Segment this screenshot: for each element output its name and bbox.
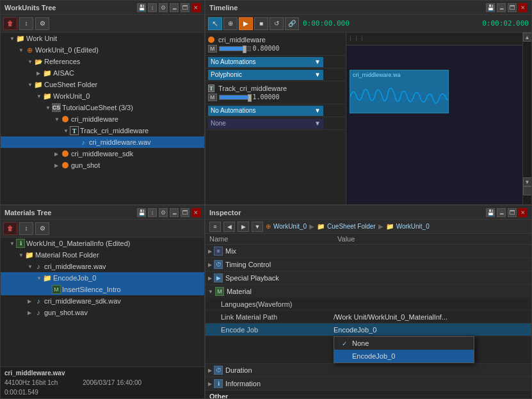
tree-item-workunit0-cs[interactable]: ▼ 📁 WorkUnit_0 [1,90,204,102]
link-btn[interactable]: 🔗 [285,17,299,30]
tree-item-references[interactable]: ▼ 📂 References [1,56,204,67]
sort-icon[interactable]: ↕ [148,3,157,12]
tree-item-cuesheet-folder[interactable]: ▼ 📁 CueSheet Folder [1,79,204,90]
mat-close-icon[interactable]: ✕ [191,208,200,217]
mat-gun-label: gun_shot.wav [44,309,88,316]
mat-config-btn[interactable]: ⚙ [35,222,49,235]
timeline-save-icon[interactable]: 💾 [486,3,495,12]
nav-fwd-btn[interactable]: ▶ [238,222,249,232]
tree-item-workunit0[interactable]: ▼ ⊕ WorkUnit_0 (Edited) [1,44,204,56]
tree-item-encode-job[interactable]: ▼ 📁 EncodeJob_0 [1,272,204,284]
save-icon[interactable]: 💾 [137,3,146,12]
tree-item-track-cri[interactable]: ▼ T Track_cri_middleware [1,125,204,136]
mat-max-icon[interactable]: 🗖 [181,208,189,217]
breadcrumb-folder-icon: 📁 [317,223,325,230]
section-timing-arrow: ▶ [208,262,212,268]
tree-item-mat-sdk[interactable]: ▶ ♪ cri_middleware_sdk.wav [1,295,204,307]
col-name-header: Name [209,235,337,243]
tree-item-mat-root[interactable]: ▼ 📁 Material Root Folder [1,249,204,261]
section-info-icon: ℹ [214,379,223,388]
m-badge-track-cri[interactable]: M [208,94,217,101]
sort-btn[interactable]: ↕ [19,17,33,30]
play-btn[interactable]: ▶ [239,17,253,30]
materials-header-icons: 💾 ↕ ⚙ 🗕 🗖 ✕ [137,208,200,217]
mat-settings-icon[interactable]: ⚙ [159,208,168,217]
mat-sort-icon[interactable]: ↕ [148,208,157,217]
tree-item-gun-shot[interactable]: ▶ gun_shot [1,159,204,171]
nav-list-btn[interactable]: ≡ [209,222,221,232]
section-special-header[interactable]: ▶ ▶ Special Playback [206,272,531,284]
mat-min-icon[interactable]: 🗕 [170,208,179,217]
tree-item-tutorial-cuesheet[interactable]: ▼ CS TutorialCueSheet (3/3) [1,102,204,113]
stop-btn[interactable]: ■ [254,17,268,30]
m-badge-cri[interactable]: M [208,45,217,53]
breadcrumb-item-0[interactable]: WorkUnit_0 [273,223,307,230]
automation-dropdown-cri[interactable]: No Automations ▼ [208,57,323,67]
scroll-down-btn[interactable]: ▼ [523,177,532,186]
timeline-max-icon[interactable]: 🗖 [508,3,517,12]
workunit-tree-header: WorkUnits Tree 💾 ↕ ⚙ 🗕 🗖 ✕ [1,1,204,15]
cursor-btn[interactable]: ↖ [208,17,222,30]
row-link-material: Link Material Path /Work Unit/WorkUnit_0… [206,311,531,323]
settings-icon[interactable]: ⚙ [159,3,168,12]
tree-item-work-unit[interactable]: ▼ 📁 Work Unit [1,33,204,44]
close-icon[interactable]: ✕ [191,3,200,12]
section-timing-header[interactable]: ▶ ⏱ Timing Control [206,258,531,271]
mat-delete-btn[interactable]: 🗑 [3,222,17,235]
tree-item-mat-gun[interactable]: ▶ ♪ gun_shot.wav [1,307,204,318]
section-information-header[interactable]: ▶ ℹ Information [206,377,531,390]
volume-slider-cri[interactable] [219,46,251,51]
dropdown-option-none[interactable]: ✓ None [334,337,474,350]
encode-job-label: EncodeJob_0 [53,274,96,282]
timeline-min-icon[interactable]: 🗕 [497,3,506,12]
select-btn[interactable]: ⊕ [223,17,238,30]
tree-item-cri-middleware[interactable]: ▼ cri_middleware [1,113,204,125]
tree-item-mat-cri[interactable]: ▼ ♪ cri_middleware.wav [1,261,204,272]
inspector-header: Inspector 💾 🗕 🗖 ✕ [206,206,531,220]
automation-row-track2: No Automations ▼ [206,104,346,117]
corner-btn[interactable] [523,186,532,195]
waveform-svg [350,79,449,113]
mode-dropdown-cri[interactable]: Polyphonic ▼ [208,70,323,80]
breadcrumb-item-2[interactable]: WorkUnit_0 [396,223,430,230]
volume-slider-track-cri[interactable] [219,95,251,100]
scroll-up-btn[interactable]: ▲ [523,33,532,42]
nav-back-btn[interactable]: ◀ [223,222,235,232]
insp-max-icon[interactable]: 🗖 [508,208,517,217]
loop-btn[interactable]: ↺ [270,17,284,30]
section-mix-label: Mix [225,247,236,255]
timeline-close-icon[interactable]: ✕ [519,3,528,12]
section-duration-header[interactable]: ▶ ⏱ Duration [206,364,531,377]
insp-min-icon[interactable]: 🗕 [497,208,506,217]
workunit-tree-title: WorkUnits Tree [4,4,56,12]
mat-sort-btn[interactable]: ↕ [19,222,33,235]
minimize-icon[interactable]: 🗕 [170,3,179,12]
arrow-mat-gun: ▶ [28,310,34,316]
insp-close-icon[interactable]: ✕ [519,208,528,217]
tree-item-cri-wav[interactable]: ♪ cri_middleware.wav [1,136,204,148]
tree-item-aisac[interactable]: ▶ 📁 AISAC [1,67,204,79]
info-specs: 44100Hz 16bit 1ch 2006/03/17 16:40:00 [4,378,200,387]
section-material-header[interactable]: ▼ M Material [206,285,531,298]
folder-cuesheet-icon: 📁 [34,80,43,89]
row-encode-job[interactable]: Encode Job EncodeJob_0 [206,323,531,336]
maximize-icon[interactable]: 🗖 [181,3,189,12]
mat-save-icon[interactable]: 💾 [137,208,146,217]
breadcrumb-item-1[interactable]: CueSheet Folder [327,223,376,230]
tree-item-insert-silence[interactable]: M InsertSilence_Intro [1,284,204,295]
insp-save-icon[interactable]: 💾 [486,208,495,217]
nav-dropdown-btn[interactable]: ▼ [252,222,263,232]
section-material-label: Material [227,288,252,295]
dropdown-option-encodejob0[interactable]: EncodeJob_0 [334,350,474,362]
tree-item-cri-sdk[interactable]: ▶ cri_middleware_sdk [1,148,204,159]
arrow-track-cri: ▼ [63,128,70,134]
config-btn[interactable]: ⚙ [35,17,49,30]
mode-dropdown-track2[interactable]: None ▼ [208,118,323,129]
section-mix: ▶ ≡ Mix [206,245,531,258]
automation-dropdown-track2[interactable]: No Automations ▼ [208,106,323,116]
timeline-header: Timeline 💾 🗕 🗖 ✕ [206,1,531,15]
tree-item-mat-info[interactable]: ▼ ℹ WorkUnit_0_MaterialInfo (Edited) [1,238,204,249]
arrow-cri-middleware: ▼ [54,117,61,122]
section-mix-header[interactable]: ▶ ≡ Mix [206,245,531,257]
delete-btn[interactable]: 🗑 [3,17,17,30]
